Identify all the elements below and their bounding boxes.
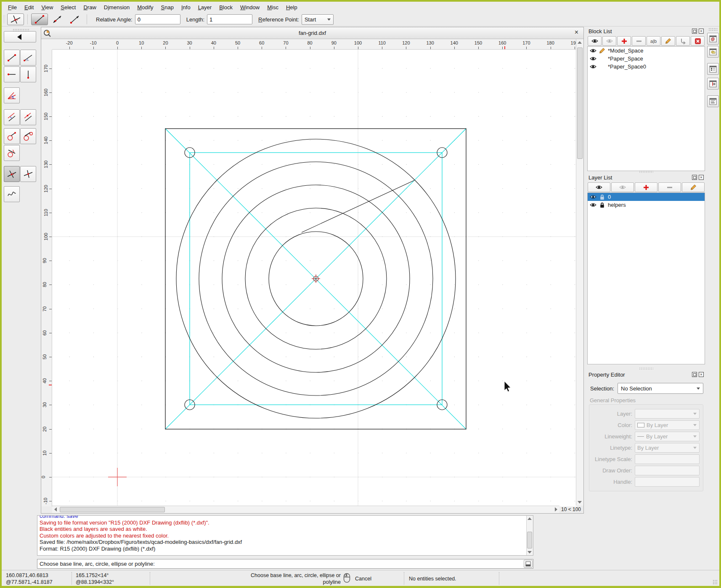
line-horizontal-button[interactable] [4,66,20,82]
rename-block-button[interactable]: a|b [647,36,660,46]
visibility-eye-icon[interactable] [589,64,596,69]
lock-icon[interactable] [599,202,606,208]
linetypescale-input[interactable] [635,454,700,464]
block-row[interactable]: *Model_Space [588,47,705,55]
toggle-history-button[interactable] [524,560,533,568]
vertical-scroll-thumb[interactable] [577,47,583,159]
line-angle-button[interactable] [20,50,36,66]
drawing-viewport[interactable] [52,50,577,506]
line-freehand-button[interactable] [4,186,20,202]
insert-block-button[interactable] [676,36,690,46]
drawing-canvas[interactable] [52,50,577,506]
dock-toggle-layer-list[interactable] [707,63,719,75]
line-orthogonal-tangent-button[interactable] [4,145,20,161]
layer-row-0[interactable]: 0 [588,193,705,201]
menu-snap[interactable]: Snap [157,3,178,12]
line-relative-angle-button[interactable] [4,166,20,182]
back-button[interactable] [4,31,36,42]
horizontal-scrollbar[interactable] [52,506,559,513]
dock-strip-grip[interactable] [708,28,718,31]
hide-layer-button[interactable] [611,182,634,192]
visibility-eye-icon[interactable] [589,56,596,61]
line-orthogonal-button[interactable] [20,166,36,182]
line-2-points-button[interactable] [4,50,20,66]
visibility-eye-icon[interactable] [589,48,596,53]
linetype-select[interactable]: By Layer [635,443,700,453]
scroll-left-icon[interactable] [54,507,57,512]
close-panel-icon[interactable]: × [699,372,704,377]
menu-modify[interactable]: Modify [133,3,157,12]
dock-toggle-library-browser[interactable] [707,46,719,58]
tangent-point-circle-button[interactable] [4,128,20,144]
layer-select[interactable] [635,409,700,419]
relative-angle-input[interactable] [135,14,180,24]
float-panel-icon[interactable] [692,372,697,377]
dock-toggle-selection-filter[interactable] [707,78,719,90]
menu-layer[interactable]: Layer [194,3,216,12]
draworder-input[interactable] [635,466,700,475]
length-input[interactable] [207,14,252,24]
menu-dimension[interactable]: Dimension [100,3,133,12]
float-panel-icon[interactable] [692,175,697,180]
scroll-down-icon[interactable] [578,501,582,504]
scroll-right-icon[interactable] [555,507,557,512]
line-parallel-button[interactable] [4,109,20,125]
menu-draw[interactable]: Draw [80,3,100,12]
scroll-up-icon[interactable] [578,41,582,44]
menu-view[interactable]: View [37,3,57,12]
block-row[interactable]: *Paper_Space [588,55,705,63]
lineweight-select[interactable]: By Layer [635,432,700,441]
close-icon[interactable]: × [575,29,578,36]
menu-info[interactable]: Info [178,3,194,12]
scroll-down-icon[interactable] [527,551,532,554]
dock-toggle-command-line[interactable] [707,95,719,107]
drawing-window-titlebar[interactable]: fan-grid.dxf × [41,27,583,39]
add-block-button[interactable] [617,36,631,46]
history-scroll-thumb[interactable] [527,532,532,548]
ray-button[interactable] [66,13,83,25]
show-layer-button[interactable] [588,182,610,192]
hide-block-button[interactable] [602,36,616,46]
command-line-input[interactable]: Choose base line, arc, circle, ellipse o… [37,559,533,569]
remove-all-blocks-button[interactable] [691,36,705,46]
edit-layer-button[interactable] [682,182,705,192]
menu-edit[interactable]: Edit [21,3,37,12]
block-row[interactable]: *Paper_Space0 [588,63,705,71]
tangent-2-circles-button[interactable] [20,128,36,144]
reference-point-select[interactable]: Start [302,14,334,25]
command-history-panel[interactable]: command: saveSaving to file format versi… [37,515,533,556]
color-select[interactable]: By Layer [635,420,700,430]
scroll-up-icon[interactable] [527,517,532,520]
remove-layer-button[interactable] [658,182,681,192]
menu-window[interactable]: Window [236,3,263,12]
dock-toggle-block-list[interactable] [707,33,719,45]
toolbar-grip[interactable] [3,15,5,24]
infinite-line-button[interactable] [49,13,66,25]
horizontal-scroll-thumb[interactable] [60,507,165,512]
visibility-eye-icon[interactable] [589,195,596,199]
edit-block-button[interactable] [661,36,675,46]
menu-block[interactable]: Block [215,3,236,12]
close-panel-icon[interactable]: × [699,29,704,34]
remove-block-button[interactable] [632,36,646,46]
line-segment-button[interactable] [31,13,48,25]
handle-input[interactable] [635,477,700,487]
lock-icon[interactable] [599,194,606,200]
line-parallel-through-point-button[interactable] [20,109,36,125]
menu-help[interactable]: Help [282,3,301,12]
menu-misc[interactable]: Misc [263,3,282,12]
history-scrollbar[interactable] [526,516,533,555]
close-panel-icon[interactable]: × [699,175,704,180]
angle-bisector-button[interactable] [4,87,20,103]
resize-grip[interactable] [713,580,718,585]
add-layer-button[interactable] [635,182,657,192]
selection-select[interactable]: No Selection [618,383,703,394]
current-tool-button[interactable] [7,13,24,25]
vertical-scrollbar[interactable] [576,39,583,506]
float-panel-icon[interactable] [692,29,697,34]
menu-select[interactable]: Select [57,3,80,12]
menu-file[interactable]: File [4,3,21,12]
line-vertical-button[interactable] [20,66,36,82]
layer-row-helpers[interactable]: helpers [588,201,705,209]
property-dock-grip[interactable] [639,367,653,370]
